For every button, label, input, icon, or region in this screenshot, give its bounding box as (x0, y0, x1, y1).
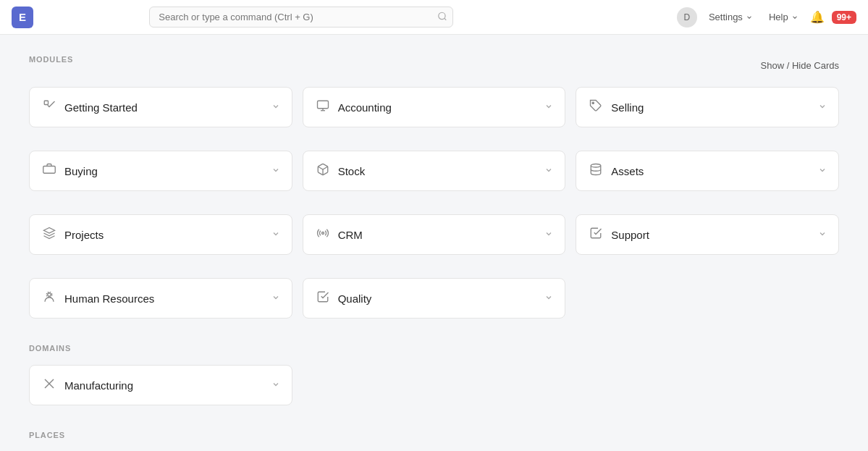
human-resources-icon (41, 290, 57, 307)
svg-point-9 (591, 164, 602, 167)
notification-badge: 99+ (832, 11, 856, 24)
projects-icon (41, 227, 57, 243)
manufacturing-label: Manufacturing (64, 379, 133, 392)
card-projects[interactable]: Projects (29, 214, 292, 255)
avatar[interactable]: D (677, 7, 697, 28)
selling-icon (588, 99, 604, 116)
card-quality[interactable]: Quality (303, 278, 566, 319)
topbar: E D Settings Help 🔔 99+ (0, 0, 868, 35)
manufacturing-chevron (271, 379, 280, 391)
svg-rect-3 (317, 101, 328, 109)
svg-point-6 (592, 102, 594, 104)
topbar-right: D Settings Help 🔔 99+ (677, 7, 856, 28)
svg-point-0 (439, 12, 445, 19)
modules-row4: Human Resources Quality (29, 278, 839, 319)
selling-label: Selling (611, 101, 644, 114)
card-buying[interactable]: Buying (29, 151, 292, 191)
quality-chevron (544, 292, 553, 304)
card-support[interactable]: Support (576, 214, 839, 255)
search-input[interactable] (149, 7, 453, 28)
accounting-label: Accounting (338, 101, 392, 114)
support-chevron (818, 229, 827, 240)
projects-chevron (271, 229, 280, 240)
support-label: Support (611, 229, 649, 241)
card-manufacturing[interactable]: Manufacturing (29, 365, 292, 405)
card-stock[interactable]: Stock (303, 151, 566, 191)
stock-label: Stock (338, 165, 366, 177)
buying-icon (41, 163, 57, 180)
buying-chevron (271, 165, 280, 177)
crm-chevron (544, 229, 553, 240)
human-resources-label: Human Resources (64, 292, 154, 305)
modules-row2: Buying Stock Assets (29, 151, 839, 191)
show-hide-button[interactable]: Show / Hide Cards (761, 60, 839, 71)
getting-started-icon (41, 99, 57, 116)
svg-point-10 (321, 232, 324, 234)
logo[interactable]: E (12, 7, 33, 28)
accounting-icon (315, 99, 331, 116)
buying-label: Buying (64, 165, 98, 177)
help-button[interactable]: Help (764, 9, 803, 25)
svg-point-11 (48, 292, 51, 296)
svg-line-1 (444, 18, 447, 20)
settings-button[interactable]: Settings (704, 9, 757, 25)
getting-started-chevron (271, 101, 280, 113)
search-bar (149, 7, 453, 28)
places-label: PLACES (29, 431, 65, 439)
stock-chevron (544, 165, 553, 177)
card-selling[interactable]: Selling (576, 87, 839, 127)
card-getting-started[interactable]: Getting Started (29, 87, 292, 127)
assets-icon (588, 163, 604, 180)
crm-label: CRM (338, 229, 363, 241)
accounting-chevron (544, 101, 553, 113)
manufacturing-icon (41, 377, 57, 394)
card-assets[interactable]: Assets (576, 151, 839, 191)
modules-label: MODULES (29, 55, 73, 64)
quality-label: Quality (338, 292, 372, 305)
search-icon (437, 11, 447, 23)
domains-label: DOMAINS (29, 344, 71, 353)
card-human-resources[interactable]: Human Resources (29, 278, 292, 319)
selling-chevron (818, 101, 827, 113)
human-resources-chevron (271, 292, 280, 304)
quality-icon (315, 290, 331, 307)
svg-rect-2 (44, 101, 48, 104)
modules-row1: Getting Started Accounting Selli (29, 87, 839, 127)
modules-header: MODULES Show / Hide Cards (29, 55, 839, 75)
crm-icon (315, 227, 331, 243)
modules-row3: Projects CRM Support (29, 214, 839, 255)
svg-rect-7 (43, 166, 56, 173)
stock-icon (315, 163, 331, 180)
main-content: MODULES Show / Hide Cards Getting Starte… (0, 35, 868, 451)
getting-started-label: Getting Started (64, 101, 138, 114)
assets-chevron (818, 165, 827, 177)
bell-icon[interactable]: 🔔 (810, 10, 825, 24)
support-icon (588, 227, 604, 243)
projects-label: Projects (64, 229, 104, 241)
card-accounting[interactable]: Accounting (303, 87, 566, 127)
assets-label: Assets (611, 165, 644, 177)
domains-row1: Manufacturing (29, 365, 839, 405)
card-crm[interactable]: CRM (303, 214, 566, 255)
